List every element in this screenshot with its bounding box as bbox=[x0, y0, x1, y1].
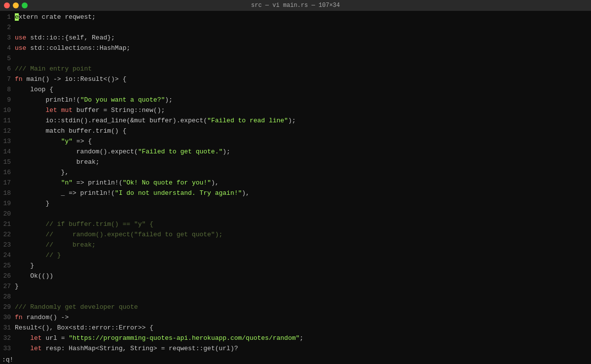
token-plain: ; bbox=[299, 334, 303, 342]
code-line: 7fn main() -> io::Result<()> { bbox=[0, 74, 591, 84]
line-content bbox=[15, 209, 591, 219]
token-plain: ); bbox=[288, 117, 299, 124]
token-plain: => { bbox=[73, 138, 92, 145]
token-comment: // if buffer.trim() == "y" { bbox=[15, 220, 153, 228]
token-comment: // random().expect("failed to get quote"… bbox=[15, 231, 222, 238]
line-content: /// Randomly get developer quote bbox=[15, 302, 591, 312]
code-line: 26 Ok(()) bbox=[0, 271, 591, 281]
line-content: random().expect("Failed to get quote."); bbox=[15, 146, 591, 157]
close-button[interactable] bbox=[4, 2, 10, 8]
line-content: "y" => { bbox=[15, 136, 591, 146]
line-number: 32 bbox=[0, 333, 15, 343]
line-number: 29 bbox=[0, 302, 15, 312]
line-number: 5 bbox=[0, 53, 15, 64]
line-content: Result<(), Box<std::error::Error>> { bbox=[15, 323, 591, 333]
line-content: let url = "https://programming-quotes-ap… bbox=[15, 333, 591, 343]
token-string: "I do not understand. Try again!" bbox=[115, 189, 242, 197]
line-number: 15 bbox=[0, 157, 15, 167]
line-number: 1 bbox=[0, 12, 15, 22]
line-number: 19 bbox=[0, 198, 15, 209]
code-line: 23 // break; bbox=[0, 240, 591, 250]
token-plain: ), bbox=[242, 189, 250, 197]
line-number: 11 bbox=[0, 115, 15, 126]
line-content: fn main() -> io::Result<()> { bbox=[15, 74, 591, 84]
line-content: } bbox=[15, 281, 591, 291]
line-content: extern crate reqwest; bbox=[15, 12, 591, 22]
token-plain: std::collections::HashMap; bbox=[26, 44, 130, 52]
code-line: 10 let mut buffer = String::new(); bbox=[0, 105, 591, 115]
line-content: io::stdin().read_line(&mut buffer).expec… bbox=[15, 115, 591, 126]
line-content: break; bbox=[15, 157, 591, 167]
token-plain: _ => println!( bbox=[15, 189, 115, 197]
code-line: 4use std::collections::HashMap; bbox=[0, 43, 591, 53]
token-comment: // break; bbox=[15, 241, 96, 249]
line-number: 28 bbox=[0, 291, 15, 302]
token-plain: } bbox=[15, 283, 19, 290]
line-number: 4 bbox=[0, 43, 15, 53]
code-editor[interactable]: 1extern crate reqwest;2 3use std::io::{s… bbox=[0, 11, 591, 355]
code-line: 18 _ => println!("I do not understand. T… bbox=[0, 188, 591, 198]
line-content bbox=[15, 291, 591, 302]
line-number: 22 bbox=[0, 229, 15, 240]
terminal-window: src — vi main.rs — 107×34 1extern crate … bbox=[0, 0, 591, 364]
token-kw: fn bbox=[15, 75, 23, 83]
token-string: "y" bbox=[61, 138, 73, 145]
line-content: _ => println!("I do not understand. Try … bbox=[15, 188, 591, 198]
code-line: 16 }, bbox=[0, 167, 591, 178]
line-number: 20 bbox=[0, 209, 15, 219]
token-kw: let bbox=[30, 345, 41, 352]
code-line: 33 let resp: HashMap<String, String> = r… bbox=[0, 343, 591, 354]
code-line: 5 bbox=[0, 53, 591, 64]
code-line: 8 loop { bbox=[0, 84, 591, 95]
token-plain: ); bbox=[222, 148, 230, 155]
code-line: 24 // } bbox=[0, 250, 591, 260]
line-number: 23 bbox=[0, 240, 15, 250]
line-content: match buffer.trim() { bbox=[15, 126, 591, 136]
code-line: 29/// Randomly get developer quote bbox=[0, 302, 591, 312]
token-kw: use bbox=[15, 44, 26, 52]
token-plain: buffer = String::new(); bbox=[73, 107, 165, 114]
token-plain bbox=[15, 345, 30, 352]
token-plain bbox=[15, 138, 61, 145]
minimize-button[interactable] bbox=[13, 2, 19, 8]
code-line: 1extern crate reqwest; bbox=[0, 12, 591, 22]
token-plain: main() -> io::Result<()> { bbox=[23, 75, 127, 83]
token-plain: } bbox=[15, 262, 34, 269]
token-plain bbox=[15, 334, 30, 342]
line-number: 18 bbox=[0, 188, 15, 198]
line-content: fn random() -> bbox=[15, 312, 591, 323]
code-line: 9 println!("Do you want a quote?"); bbox=[0, 95, 591, 105]
line-content: } bbox=[15, 260, 591, 271]
line-content: Ok(()) bbox=[15, 271, 591, 281]
token-plain: break; bbox=[15, 158, 100, 166]
token-plain: random().expect( bbox=[15, 148, 138, 155]
line-content: /// Main entry point bbox=[15, 64, 591, 74]
line-content: use std::collections::HashMap; bbox=[15, 43, 591, 53]
code-line: 25 } bbox=[0, 260, 591, 271]
code-line: 31Result<(), Box<std::error::Error>> { bbox=[0, 323, 591, 333]
code-line: 11 io::stdin().read_line(&mut buffer).ex… bbox=[0, 115, 591, 126]
line-content: loop { bbox=[15, 84, 591, 95]
line-number: 30 bbox=[0, 312, 15, 323]
token-string: "n" bbox=[61, 179, 73, 186]
token-plain: println!( bbox=[15, 96, 80, 104]
token-plain bbox=[15, 179, 61, 186]
line-number: 31 bbox=[0, 323, 15, 333]
token-plain: Ok(()) bbox=[15, 272, 53, 280]
code-line: 30fn random() -> bbox=[0, 312, 591, 323]
token-cursor: e bbox=[15, 13, 19, 21]
token-kw: let bbox=[30, 334, 41, 342]
token-plain: std::io::{self, Read}; bbox=[26, 34, 114, 41]
token-plain: => println!( bbox=[73, 179, 122, 186]
token-plain: ); bbox=[165, 96, 173, 104]
code-line: 22 // random().expect("failed to get quo… bbox=[0, 229, 591, 240]
code-line: 13 "y" => { bbox=[0, 136, 591, 146]
token-plain: } bbox=[15, 200, 49, 207]
line-content: println!("Do you want a quote?"); bbox=[15, 95, 591, 105]
maximize-button[interactable] bbox=[22, 2, 28, 8]
line-number: 7 bbox=[0, 74, 15, 84]
token-string: "Failed to read line" bbox=[207, 117, 288, 124]
token-plain: Result<(), Box<std::error::Error>> { bbox=[15, 324, 153, 331]
token-string: "https://programming-quotes-api.herokuap… bbox=[69, 334, 299, 342]
token-plain: loop { bbox=[15, 86, 53, 93]
